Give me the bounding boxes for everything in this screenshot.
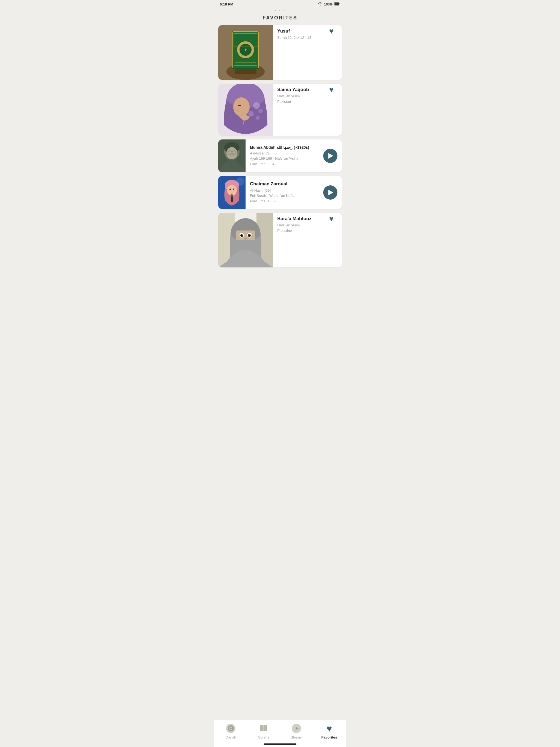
heart-nav-icon: ♥	[327, 723, 332, 734]
card-yusuf-favorite-btn[interactable]: ♥	[325, 25, 337, 37]
svg-point-56	[250, 234, 251, 235]
card-yusuf-subtitle: Surah 12, Juz 12 - 13	[277, 35, 321, 41]
svg-rect-1	[335, 3, 339, 5]
card-chaimae[interactable]: Chaimae Zaroual Al-Hashr [59] Full Surah…	[218, 176, 342, 209]
card-yusuf-info: Yusuf Surah 12, Juz 12 - 13	[273, 25, 325, 80]
play-button-munira[interactable]	[323, 149, 337, 163]
heart-filled-icon-2: ♥	[329, 85, 334, 94]
status-bar: 6:18 PM 100%	[214, 0, 346, 7]
card-chaimae-subtitle3: Play Time: 13:32	[250, 199, 319, 204]
card-munira-info: Munira Abduh رحمها الله (~1920s) Aal-Imr…	[246, 142, 323, 170]
heart-filled-icon: ♥	[329, 27, 334, 35]
battery-label: 100%	[324, 2, 332, 6]
wifi-icon	[318, 2, 322, 6]
card-baraa-subtitle2: Palestine	[277, 228, 321, 233]
card-saima-subtitle2: Pakistan	[277, 99, 321, 104]
card-chaimae-image	[218, 176, 246, 209]
card-chaimae-title: Chaimae Zaroual	[250, 181, 319, 187]
card-baraa-title: Bara'a Mahfouz	[277, 216, 321, 222]
svg-rect-58	[235, 240, 256, 246]
nav-item-stream[interactable]: Stream	[287, 723, 306, 739]
qariah-nav-icon	[226, 723, 236, 733]
card-baraa-favorite-btn[interactable]: ♥	[325, 213, 337, 225]
header-dots: · · ·	[214, 8, 346, 13]
surahs-nav-icon	[258, 723, 269, 733]
card-munira-subtitle2: Ayah 169-169 - Hafs 'an 'Asim	[250, 156, 319, 161]
card-saima-image	[218, 84, 273, 136]
svg-rect-13	[237, 64, 254, 64]
nav-item-favorites[interactable]: ♥ Favorites	[320, 723, 339, 739]
card-chaimae-subtitle1: Al-Hashr [59]	[250, 188, 319, 193]
content-area: ✦ Yusuf Surah 12, Juz 12 - 13 ♥	[214, 25, 346, 304]
stream-nav-icon	[291, 723, 302, 733]
card-chaimae-subtitle2: Full Surah - Warsh 'an Nafia	[250, 193, 319, 199]
svg-rect-11	[234, 65, 257, 66]
card-saima-title: Saima Yaqoob	[277, 87, 321, 93]
svg-point-38	[229, 189, 231, 190]
card-baraa-info: Bara'a Mahfouz Hafs 'an 'Asim Palestine	[273, 213, 325, 267]
svg-point-23	[238, 105, 241, 106]
svg-point-62	[230, 728, 232, 729]
card-saima[interactable]: Saima Yaqoob Hafs 'an 'Asim Pakistan ♥	[218, 84, 342, 136]
nav-item-qariah[interactable]: Qariah	[221, 723, 240, 739]
svg-point-42	[230, 195, 233, 197]
card-chaimae-play-btn[interactable]	[323, 185, 337, 200]
home-indicator	[263, 743, 297, 745]
heart-filled-icon-3: ♥	[329, 214, 334, 223]
card-chaimae-info: Chaimae Zaroual Al-Hashr [59] Full Surah…	[246, 178, 323, 207]
card-saima-favorite-btn[interactable]: ♥	[325, 84, 337, 96]
svg-point-37	[227, 185, 237, 196]
svg-rect-12	[235, 62, 256, 63]
play-triangle-icon	[328, 153, 333, 159]
card-yusuf-title: Yusuf	[277, 28, 321, 34]
svg-point-57	[245, 238, 247, 239]
battery-icon	[334, 2, 340, 6]
card-saima-subtitle1: Hafs 'an 'Asim	[277, 94, 321, 99]
nav-item-surahs[interactable]: Surahs	[254, 723, 273, 739]
svg-point-18	[253, 102, 260, 109]
status-time: 6:18 PM	[220, 2, 233, 6]
nav-label-qariah: Qariah	[225, 735, 236, 739]
card-munira-title: Munira Abduh رحمها الله (~1920s)	[250, 145, 319, 150]
svg-point-55	[242, 234, 243, 235]
svg-point-39	[233, 189, 234, 190]
card-yusuf-image: ✦	[218, 25, 273, 80]
svg-text:✦: ✦	[244, 47, 248, 53]
card-baraa[interactable]: Bara'a Mahfouz Hafs 'an 'Asim Palestine …	[218, 213, 342, 267]
svg-point-20	[248, 111, 254, 117]
card-munira[interactable]: Munira Abduh رحمها الله (~1920s) Aal-Imr…	[218, 139, 342, 172]
page-header: FAVORITES	[214, 13, 346, 25]
nav-label-favorites: Favorites	[321, 735, 337, 739]
page-title: FAVORITES	[214, 15, 346, 21]
bottom-navigation: Qariah Surahs St	[214, 720, 346, 747]
card-baraa-subtitle1: Hafs 'an 'Asim	[277, 223, 321, 228]
play-triangle-icon-2	[328, 190, 333, 195]
svg-point-40	[231, 191, 232, 192]
card-yusuf[interactable]: ✦ Yusuf Surah 12, Juz 12 - 13 ♥	[218, 25, 342, 80]
svg-rect-41	[231, 197, 233, 202]
card-saima-info: Saima Yaqoob Hafs 'an 'Asim Pakistan	[273, 84, 325, 136]
nav-label-surahs: Surahs	[258, 735, 269, 739]
card-munira-subtitle3: Play Time: 00:42	[250, 161, 319, 167]
svg-point-21	[256, 116, 260, 120]
card-munira-image	[218, 139, 246, 172]
nav-label-stream: Stream	[291, 735, 302, 739]
svg-point-19	[258, 109, 263, 113]
card-munira-subtitle1: Aal-Imran [3]	[250, 151, 319, 156]
card-baraa-image	[218, 213, 273, 267]
card-munira-play-btn[interactable]	[323, 149, 337, 163]
favorites-nav-icon: ♥	[324, 723, 334, 733]
play-button-chaimae[interactable]	[323, 185, 337, 200]
